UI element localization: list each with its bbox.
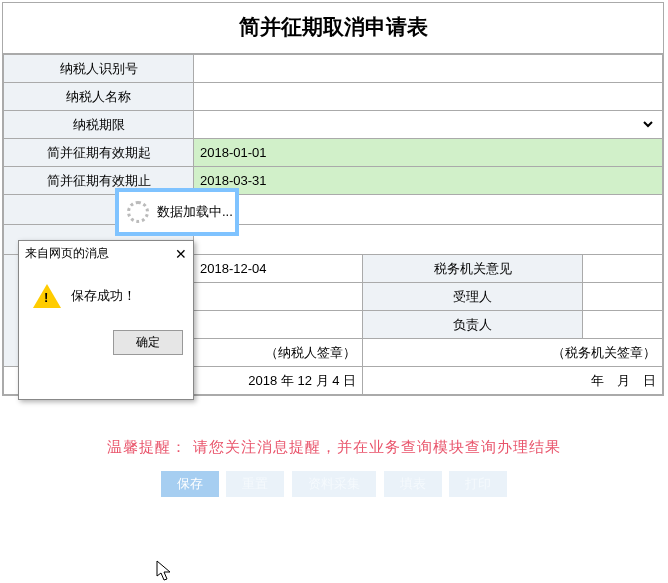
loading-text: 数据加载中...: [157, 203, 233, 221]
warning-icon: [33, 284, 61, 308]
value-valid-from: 2018-01-01: [194, 139, 663, 167]
page-title: 简并征期取消申请表: [3, 3, 663, 54]
value-handler: [194, 283, 363, 311]
fill-button[interactable]: 填表: [384, 471, 442, 497]
reminder-prefix: 温馨提醒：: [107, 438, 187, 455]
ok-button[interactable]: 确定: [113, 330, 183, 355]
reminder-body: 请您关注消息提醒，并在业务查询模块查询办理结果: [193, 438, 561, 455]
label-taxpayer-id: 纳税人识别号: [4, 55, 194, 83]
collect-button[interactable]: 资料采集: [292, 471, 376, 497]
tax-date: 年 月 日: [363, 367, 663, 395]
value-handler-2: [583, 283, 663, 311]
value-manager-2: [583, 311, 663, 339]
value-valid-to: 2018-03-31: [194, 167, 663, 195]
value-apply-date: 2018-12-04: [194, 255, 363, 283]
cell-empty-2: [194, 225, 663, 255]
message-dialog: 来自网页的消息 ✕ 保存成功！ 确定: [18, 240, 194, 400]
loading-box: 数据加载中...: [115, 188, 239, 236]
taxpayer-date: 2018 年 12 月 4 日: [194, 367, 363, 395]
value-tax-opinion: [583, 255, 663, 283]
tax-sign: （税务机关签章）: [363, 339, 663, 367]
label-tax-period: 纳税期限: [4, 111, 194, 139]
spinner-icon: [127, 201, 149, 223]
print-button[interactable]: 打印: [449, 471, 507, 497]
dialog-footer: 确定: [19, 318, 193, 363]
close-icon[interactable]: ✕: [175, 246, 187, 262]
label-manager: 负责人: [363, 311, 583, 339]
value-taxpayer-id: [194, 55, 663, 83]
dialog-message: 保存成功！: [71, 287, 136, 305]
reset-button[interactable]: 重置: [226, 471, 284, 497]
label-taxpayer-name: 纳税人名称: [4, 83, 194, 111]
value-manager: [194, 311, 363, 339]
dialog-title: 来自网页的消息: [25, 245, 109, 262]
label-tax-opinion: 税务机关意见: [363, 255, 583, 283]
mouse-cursor-icon: [156, 560, 174, 582]
button-bar: 保存 重置 资料采集 填表 打印: [0, 471, 668, 505]
tax-period-select[interactable]: [200, 116, 656, 133]
label-handler: 受理人: [363, 283, 583, 311]
dialog-header: 来自网页的消息 ✕: [19, 241, 193, 266]
cell-empty-1: [194, 195, 663, 225]
dialog-body: 保存成功！: [19, 266, 193, 318]
taxpayer-sign: （纳税人签章）: [194, 339, 363, 367]
label-valid-from: 简并征期有效期起: [4, 139, 194, 167]
reminder-text: 温馨提醒： 请您关注消息提醒，并在业务查询模块查询办理结果: [0, 398, 668, 471]
save-button[interactable]: 保存: [161, 471, 219, 497]
cell-tax-period: [194, 111, 663, 139]
value-taxpayer-name: [194, 83, 663, 111]
